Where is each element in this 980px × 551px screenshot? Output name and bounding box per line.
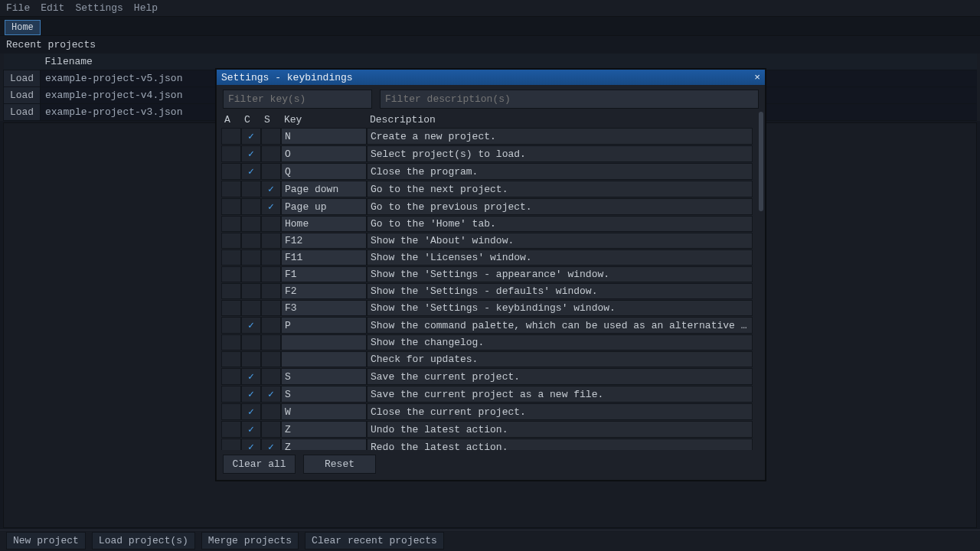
- key-cell[interactable]: F3: [281, 300, 367, 316]
- key-cell[interactable]: Home: [281, 216, 367, 232]
- shift-checkbox[interactable]: [261, 233, 281, 249]
- key-cell[interactable]: Page up: [281, 198, 367, 215]
- alt-checkbox[interactable]: [221, 249, 241, 266]
- shift-checkbox[interactable]: [261, 249, 281, 266]
- keybinding-row[interactable]: WClose the current project.: [221, 403, 753, 420]
- keybinding-row[interactable]: ZUndo the latest action.: [221, 421, 753, 438]
- keybinding-row[interactable]: Page upGo to the previous project.: [221, 198, 753, 215]
- ctrl-checkbox[interactable]: [241, 334, 261, 350]
- alt-checkbox[interactable]: [221, 198, 241, 215]
- tab-home[interactable]: Home: [5, 20, 41, 35]
- shift-checkbox[interactable]: [261, 181, 281, 197]
- menu-edit[interactable]: Edit: [41, 2, 64, 14]
- shift-checkbox[interactable]: [261, 145, 281, 162]
- alt-checkbox[interactable]: [221, 334, 241, 350]
- key-cell[interactable]: P: [281, 317, 367, 334]
- footer-new-project[interactable]: New project: [6, 532, 86, 549]
- filter-key-input[interactable]: [223, 90, 372, 109]
- alt-checkbox[interactable]: [221, 386, 241, 403]
- recent-load-button[interactable]: Load: [4, 70, 41, 87]
- shift-checkbox[interactable]: [261, 198, 281, 215]
- keybinding-row[interactable]: QClose the program.: [221, 163, 753, 180]
- keybinding-row[interactable]: ZRedo the latest action.: [221, 439, 753, 450]
- modal-titlebar[interactable]: Settings - keybindings ×: [217, 70, 765, 85]
- keybinding-row[interactable]: PShow the command palette, which can be …: [221, 317, 753, 334]
- key-cell[interactable]: [281, 334, 367, 350]
- ctrl-checkbox[interactable]: [241, 128, 261, 145]
- keybinding-row[interactable]: F1Show the 'Settings - appearance' windo…: [221, 266, 753, 282]
- ctrl-checkbox[interactable]: [241, 300, 261, 316]
- alt-checkbox[interactable]: [221, 368, 241, 385]
- keybinding-row[interactable]: SSave the current project as a new file.: [221, 386, 753, 403]
- keybinding-row[interactable]: F12Show the 'About' window.: [221, 233, 753, 249]
- footer-merge-projects[interactable]: Merge projects: [201, 532, 299, 549]
- shift-checkbox[interactable]: [261, 421, 281, 438]
- key-cell[interactable]: S: [281, 368, 367, 385]
- shift-checkbox[interactable]: [261, 266, 281, 282]
- reset-button[interactable]: Reset: [303, 455, 376, 474]
- key-cell[interactable]: S: [281, 386, 367, 403]
- keybinding-row[interactable]: SSave the current project.: [221, 368, 753, 385]
- alt-checkbox[interactable]: [221, 163, 241, 180]
- alt-checkbox[interactable]: [221, 181, 241, 197]
- key-cell[interactable]: O: [281, 145, 367, 162]
- keybinding-row[interactable]: HomeGo to the 'Home' tab.: [221, 216, 753, 232]
- ctrl-checkbox[interactable]: [241, 216, 261, 232]
- menu-file[interactable]: File: [6, 2, 30, 14]
- shift-checkbox[interactable]: [261, 386, 281, 403]
- footer-load-projects[interactable]: Load project(s): [92, 532, 195, 549]
- keybinding-row[interactable]: Check for updates.: [221, 351, 753, 367]
- key-cell[interactable]: F2: [281, 283, 367, 299]
- ctrl-checkbox[interactable]: [241, 368, 261, 385]
- keybinding-row[interactable]: Show the changelog.: [221, 334, 753, 350]
- shift-checkbox[interactable]: [261, 334, 281, 350]
- alt-checkbox[interactable]: [221, 128, 241, 145]
- key-cell[interactable]: W: [281, 403, 367, 420]
- keybinding-row[interactable]: Page downGo to the next project.: [221, 181, 753, 197]
- keybinding-row[interactable]: NCreate a new project.: [221, 128, 753, 145]
- key-cell[interactable]: Q: [281, 163, 367, 180]
- menu-help[interactable]: Help: [134, 2, 158, 14]
- ctrl-checkbox[interactable]: [241, 163, 261, 180]
- key-cell[interactable]: F11: [281, 249, 367, 266]
- shift-checkbox[interactable]: [261, 216, 281, 232]
- alt-checkbox[interactable]: [221, 403, 241, 420]
- ctrl-checkbox[interactable]: [241, 421, 261, 438]
- shift-checkbox[interactable]: [261, 317, 281, 334]
- ctrl-checkbox[interactable]: [241, 403, 261, 420]
- shift-checkbox[interactable]: [261, 351, 281, 367]
- shift-checkbox[interactable]: [261, 128, 281, 145]
- shift-checkbox[interactable]: [261, 283, 281, 299]
- keybinding-row[interactable]: F2Show the 'Settings - defaults' window.: [221, 283, 753, 299]
- ctrl-checkbox[interactable]: [241, 266, 261, 282]
- clear-all-button[interactable]: Clear all: [223, 455, 296, 474]
- recent-load-button[interactable]: Load: [4, 104, 41, 121]
- alt-checkbox[interactable]: [221, 317, 241, 334]
- key-cell[interactable]: [281, 351, 367, 367]
- footer-clear-recent[interactable]: Clear recent projects: [305, 532, 444, 549]
- shift-checkbox[interactable]: [261, 439, 281, 450]
- shift-checkbox[interactable]: [261, 300, 281, 316]
- recent-load-button[interactable]: Load: [4, 87, 41, 104]
- alt-checkbox[interactable]: [221, 439, 241, 450]
- key-cell[interactable]: F1: [281, 266, 367, 282]
- scrollbar-thumb[interactable]: [759, 112, 763, 211]
- shift-checkbox[interactable]: [261, 163, 281, 180]
- ctrl-checkbox[interactable]: [241, 317, 261, 334]
- keybinding-row[interactable]: F3Show the 'Settings - keybindings' wind…: [221, 300, 753, 316]
- filter-desc-input[interactable]: [380, 90, 759, 109]
- key-cell[interactable]: Page down: [281, 181, 367, 197]
- alt-checkbox[interactable]: [221, 266, 241, 282]
- ctrl-checkbox[interactable]: [241, 249, 261, 266]
- alt-checkbox[interactable]: [221, 283, 241, 299]
- key-cell[interactable]: F12: [281, 233, 367, 249]
- alt-checkbox[interactable]: [221, 145, 241, 162]
- key-cell[interactable]: Z: [281, 439, 367, 450]
- alt-checkbox[interactable]: [221, 233, 241, 249]
- menu-settings[interactable]: Settings: [75, 2, 122, 14]
- alt-checkbox[interactable]: [221, 216, 241, 232]
- ctrl-checkbox[interactable]: [241, 233, 261, 249]
- ctrl-checkbox[interactable]: [241, 386, 261, 403]
- close-icon[interactable]: ×: [754, 72, 760, 83]
- alt-checkbox[interactable]: [221, 421, 241, 438]
